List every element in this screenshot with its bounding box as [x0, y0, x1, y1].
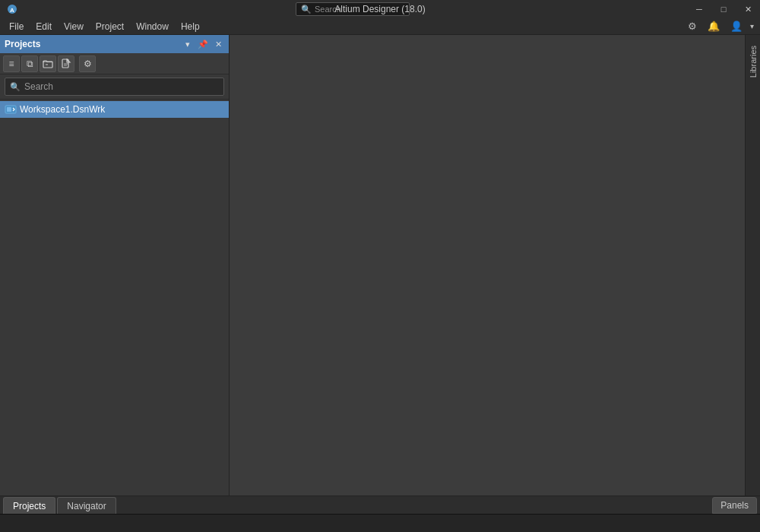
tab-projects[interactable]: Projects: [3, 497, 55, 514]
menu-window[interactable]: Window: [130, 18, 175, 35]
toolbar-settings-btn[interactable]: ⚙: [79, 55, 96, 72]
notifications-icon-btn[interactable]: 🔔: [705, 19, 723, 34]
panel-search-wrap: 🔍 Search: [0, 74, 229, 100]
toolbar-collapse-all-btn[interactable]: ≡: [3, 55, 20, 72]
left-panel: Projects ▾ 📌 ✕ ≡ ⧉: [0, 35, 230, 496]
menu-file[interactable]: File: [3, 18, 30, 35]
panel-search-icon: 🔍: [10, 82, 21, 92]
close-button[interactable]: ✕: [736, 0, 760, 18]
menu-view[interactable]: View: [58, 18, 90, 35]
panel-search-placeholder: Search: [24, 81, 53, 92]
workspace-icon: [5, 104, 17, 115]
panel-toolbar: ≡ ⧉ ⚙: [0, 53, 229, 74]
toolbar-open-folder-btn[interactable]: [40, 55, 56, 72]
titlebar: A Altium Designer (18.0) 🔍 Search ─ □ ✕: [0, 0, 760, 18]
user-icon-btn[interactable]: 👤: [726, 19, 747, 34]
search-icon: 🔍: [301, 5, 312, 14]
menu-project[interactable]: Project: [90, 18, 130, 35]
menu-help[interactable]: Help: [175, 18, 206, 35]
tree-item-workspace[interactable]: Workspace1.DsnWrk: [0, 101, 229, 118]
app-title: Altium Designer (18.0): [334, 4, 425, 14]
panel-header: Projects ▾ 📌 ✕: [0, 35, 229, 53]
tab-navigator[interactable]: Navigator: [57, 497, 116, 514]
titlebar-controls: ─ □ ✕: [687, 0, 760, 18]
panel-close-btn[interactable]: ✕: [212, 38, 224, 50]
content-area: [230, 35, 745, 496]
libraries-tab[interactable]: Libraries: [747, 41, 759, 82]
user-dropdown-arrow[interactable]: ▾: [750, 22, 754, 30]
menubar: File Edit View Project Window Help ⚙ 🔔 👤…: [0, 18, 760, 35]
statusbar: [0, 514, 760, 532]
tree-item-label: Workspace1.DsnWrk: [20, 104, 105, 115]
panel-title: Projects: [5, 39, 40, 49]
svg-rect-3: [62, 59, 68, 68]
panel-content: Workspace1.DsnWrk: [0, 100, 229, 496]
panel-search-box[interactable]: 🔍 Search: [5, 78, 224, 96]
minimize-button[interactable]: ─: [687, 0, 711, 18]
maximize-button[interactable]: □: [711, 0, 736, 18]
panel-header-icons: ▾ 📌 ✕: [182, 38, 224, 50]
menu-edit[interactable]: Edit: [30, 18, 58, 35]
main-layout: Projects ▾ 📌 ✕ ≡ ⧉: [0, 35, 760, 496]
toolbar-new-file-btn[interactable]: [58, 55, 74, 72]
panel-pin-btn[interactable]: 📌: [197, 38, 209, 50]
svg-rect-5: [7, 107, 11, 112]
bottom-tabs-bar: Projects Navigator Panels: [0, 496, 760, 514]
toolbar-copy-btn[interactable]: ⧉: [21, 55, 38, 72]
menubar-right: ⚙ 🔔 👤 ▾: [683, 19, 757, 34]
svg-text:A: A: [10, 7, 14, 14]
app-icon: A: [6, 3, 18, 15]
panels-button[interactable]: Panels: [712, 497, 757, 514]
settings-icon-btn[interactable]: ⚙: [683, 19, 701, 34]
right-strip: Libraries: [745, 35, 760, 496]
panel-dropdown-btn[interactable]: ▾: [182, 38, 194, 50]
titlebar-left: A: [6, 3, 18, 15]
